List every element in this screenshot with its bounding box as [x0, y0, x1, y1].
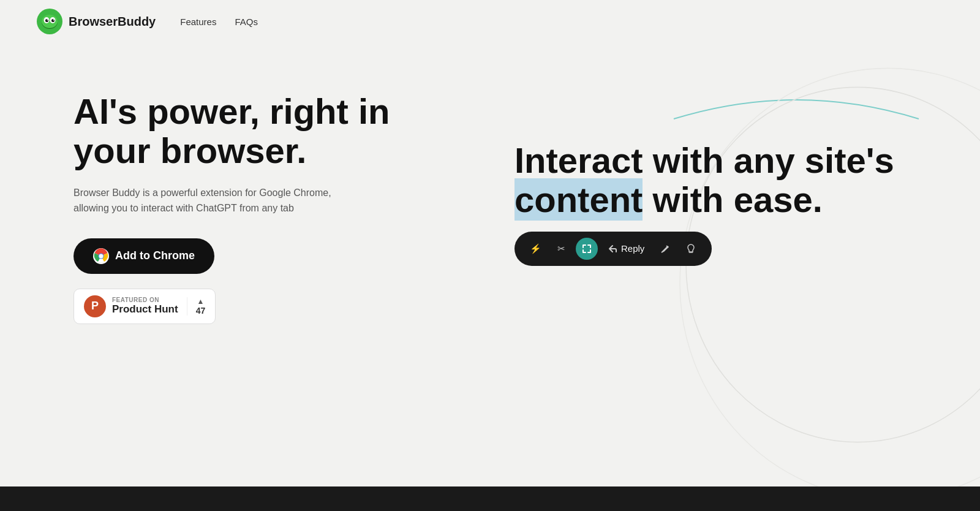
right-hero-title: Interact with any site's content with ea… [514, 141, 894, 219]
left-panel: AI's power, right in your browser. Brows… [0, 43, 490, 486]
ph-featured-on-label: FEATURED ON [112, 297, 178, 303]
reply-icon [608, 244, 617, 254]
add-to-chrome-label: Add to Chrome [115, 249, 195, 262]
idea-button[interactable] [680, 238, 702, 260]
main-content: AI's power, right in your browser. Brows… [0, 43, 980, 486]
footer-bar [0, 486, 980, 511]
nav-logo[interactable]: BrowserBuddy [37, 9, 156, 34]
product-hunt-text: FEATURED ON Product Hunt [112, 297, 178, 316]
nav-features-link[interactable]: Features [180, 17, 216, 27]
logo-icon [37, 9, 62, 34]
ai-toolbar: ⚡ ✂ Reply [514, 232, 712, 266]
reply-label: Reply [621, 243, 644, 254]
lightbulb-icon [687, 244, 695, 254]
reply-button[interactable]: Reply [601, 238, 650, 259]
svg-point-6 [51, 19, 55, 22]
expand-button[interactable] [576, 238, 598, 260]
product-hunt-logo: P [84, 295, 106, 317]
edit-icon [660, 244, 670, 254]
chrome-icon [93, 248, 109, 264]
expand-icon [582, 244, 592, 254]
svg-point-12 [99, 254, 104, 258]
ph-vote-count: 47 [196, 306, 206, 316]
hero-subtitle: Browser Buddy is a powerful extension fo… [74, 185, 355, 216]
edit-button[interactable] [654, 238, 676, 260]
ph-upvote-arrow: ▲ [197, 297, 205, 306]
right-title-part1: Interact with any site's [514, 140, 894, 180]
flash-button[interactable]: ⚡ [524, 238, 546, 260]
add-to-chrome-button[interactable]: Add to Chrome [74, 238, 214, 274]
svg-point-5 [45, 19, 48, 22]
ph-name-label: Product Hunt [112, 303, 178, 316]
right-title-part2: with ease. [643, 180, 822, 219]
nav-faqs-link[interactable]: FAQs [235, 17, 258, 27]
right-hero-content: Interact with any site's content with ea… [490, 80, 894, 266]
right-panel: Interact with any site's content with ea… [490, 43, 980, 486]
ph-votes: ▲ 47 [187, 297, 206, 316]
hero-title: AI's power, right in your browser. [74, 92, 453, 170]
right-title-highlight: content [514, 178, 643, 221]
cut-button[interactable]: ✂ [550, 238, 572, 260]
svg-point-7 [47, 20, 48, 21]
svg-point-8 [53, 20, 55, 21]
product-hunt-badge[interactable]: P FEATURED ON Product Hunt ▲ 47 [74, 289, 216, 324]
logo-text: BrowserBuddy [69, 15, 156, 29]
navbar: BrowserBuddy Features FAQs [0, 0, 980, 43]
nav-links: Features FAQs [180, 17, 258, 27]
